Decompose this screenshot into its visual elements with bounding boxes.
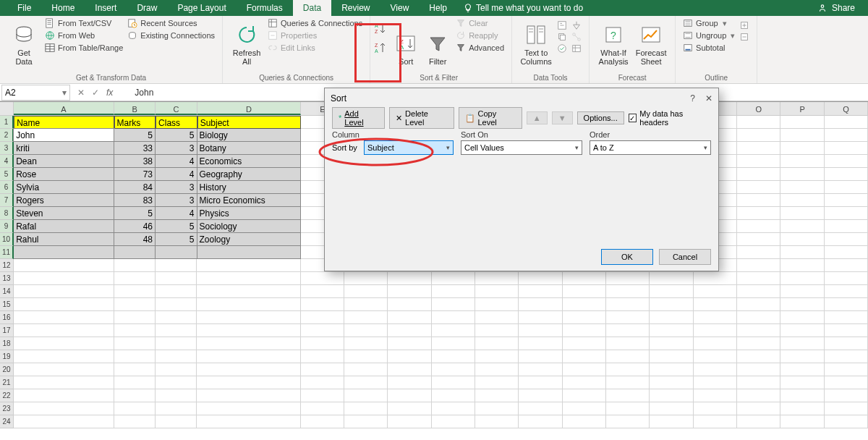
row-header[interactable]: 12 <box>0 259 14 272</box>
cancel-button[interactable]: Cancel <box>659 249 711 265</box>
tab-file[interactable]: File <box>7 0 41 16</box>
cell[interactable] <box>780 324 824 337</box>
ok-button[interactable]: OK <box>601 249 653 265</box>
cell[interactable] <box>737 129 780 142</box>
cell[interactable] <box>780 337 824 350</box>
cell[interactable] <box>301 402 344 415</box>
cell[interactable]: Physics <box>197 207 301 220</box>
cell[interactable]: Biology <box>197 129 301 142</box>
cell[interactable] <box>432 350 475 363</box>
cell[interactable]: 84 <box>114 181 156 194</box>
cell[interactable] <box>432 415 475 428</box>
cell[interactable] <box>650 389 693 402</box>
cell[interactable]: Dean <box>14 155 114 168</box>
cell[interactable] <box>156 415 197 428</box>
cell[interactable] <box>606 415 650 428</box>
cell[interactable] <box>519 389 562 402</box>
data-model-icon[interactable] <box>571 43 582 54</box>
cell[interactable]: 46 <box>114 220 156 233</box>
cell[interactable]: 83 <box>114 194 156 207</box>
cell[interactable] <box>14 389 114 402</box>
cell[interactable] <box>156 363 197 376</box>
cell[interactable] <box>475 350 519 363</box>
cell[interactable] <box>780 402 824 415</box>
cell[interactable] <box>825 259 868 272</box>
cell[interactable] <box>780 207 824 220</box>
cell[interactable]: kriti <box>14 142 114 155</box>
cell[interactable] <box>388 298 431 311</box>
cell[interactable] <box>197 389 300 402</box>
cell[interactable] <box>388 337 431 350</box>
remove-dup-icon[interactable] <box>557 32 567 42</box>
cell[interactable] <box>432 363 475 376</box>
order-combo[interactable]: A to Z▾ <box>590 140 711 155</box>
row-header[interactable]: 7 <box>0 194 14 207</box>
cell[interactable] <box>737 259 780 272</box>
tab-data[interactable]: Data <box>293 0 331 16</box>
cell[interactable] <box>114 259 156 272</box>
cell[interactable] <box>694 376 737 389</box>
cell[interactable] <box>737 194 780 207</box>
cell[interactable] <box>563 376 606 389</box>
cell[interactable]: Class <box>156 116 197 129</box>
cell[interactable] <box>344 337 388 350</box>
cell[interactable] <box>344 285 388 298</box>
cell[interactable] <box>519 272 562 285</box>
cell[interactable] <box>650 376 693 389</box>
cell[interactable] <box>780 285 824 298</box>
cell[interactable]: Sociology <box>197 220 301 233</box>
cell[interactable] <box>825 324 868 337</box>
cell[interactable] <box>737 376 780 389</box>
dialog-close-icon[interactable]: ✕ <box>705 93 712 103</box>
cell[interactable] <box>825 337 868 350</box>
cell[interactable] <box>650 363 693 376</box>
row-header[interactable]: 23 <box>0 402 14 415</box>
filter-button[interactable]: Filter <box>424 17 451 67</box>
ungroup-button[interactable]: Ungroup▾ <box>683 30 735 41</box>
cell[interactable] <box>475 389 519 402</box>
row-header[interactable]: 22 <box>0 389 14 402</box>
cell[interactable] <box>388 311 431 324</box>
row-header[interactable]: 13 <box>0 272 14 285</box>
cell[interactable] <box>156 376 197 389</box>
row-header[interactable]: 17 <box>0 324 14 337</box>
cell[interactable]: Rose <box>14 168 114 181</box>
cell[interactable] <box>14 259 114 272</box>
cell[interactable]: 5 <box>114 207 156 220</box>
cell[interactable] <box>156 285 197 298</box>
cell[interactable] <box>780 311 824 324</box>
cell[interactable] <box>114 350 156 363</box>
tab-page-layout[interactable]: Page Layout <box>167 0 236 16</box>
cell[interactable] <box>694 363 737 376</box>
cell[interactable] <box>475 298 519 311</box>
cell[interactable] <box>606 389 650 402</box>
cell[interactable] <box>388 272 431 285</box>
cell[interactable]: 5 <box>114 129 156 142</box>
cell[interactable]: 3 <box>156 181 197 194</box>
cell[interactable]: 5 <box>156 233 197 246</box>
cell[interactable]: Steven <box>14 207 114 220</box>
cell[interactable] <box>475 376 519 389</box>
cell[interactable]: 3 <box>156 194 197 207</box>
cell[interactable] <box>606 376 650 389</box>
cell[interactable]: 3 <box>156 142 197 155</box>
cell[interactable] <box>14 415 114 428</box>
cell[interactable] <box>737 298 780 311</box>
cell[interactable] <box>737 246 780 259</box>
cell[interactable] <box>344 376 388 389</box>
cell[interactable] <box>606 402 650 415</box>
cell[interactable] <box>606 285 650 298</box>
cell[interactable] <box>563 298 606 311</box>
cell[interactable] <box>825 220 868 233</box>
cell[interactable] <box>737 389 780 402</box>
cell[interactable] <box>519 415 562 428</box>
cell[interactable] <box>344 402 388 415</box>
col-header-D[interactable]: D <box>197 102 301 115</box>
cell[interactable] <box>737 142 780 155</box>
cell[interactable] <box>606 311 650 324</box>
cell[interactable] <box>606 363 650 376</box>
cell[interactable] <box>780 350 824 363</box>
row-header[interactable]: 3 <box>0 142 14 155</box>
cell[interactable] <box>475 415 519 428</box>
cell[interactable] <box>301 324 344 337</box>
